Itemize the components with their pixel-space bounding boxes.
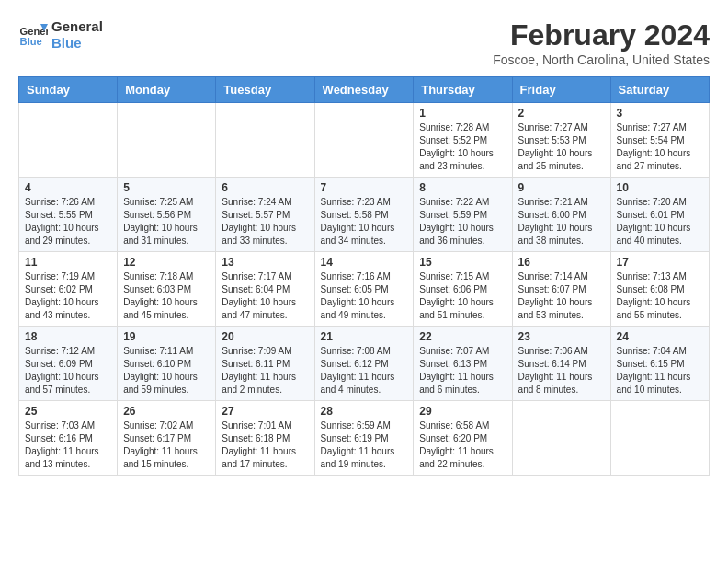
calendar-cell: 20Sunrise: 7:09 AM Sunset: 6:11 PM Dayli… <box>216 327 314 401</box>
day-info: Sunrise: 7:18 AM Sunset: 6:03 PM Dayligh… <box>123 270 210 322</box>
day-number: 14 <box>321 256 408 269</box>
day-info: Sunrise: 7:01 AM Sunset: 6:18 PM Dayligh… <box>222 419 308 471</box>
weekday-header-friday: Friday <box>512 77 610 103</box>
calendar-cell: 5Sunrise: 7:25 AM Sunset: 5:56 PM Daylig… <box>118 178 216 252</box>
day-info: Sunrise: 7:15 AM Sunset: 6:06 PM Dayligh… <box>419 270 506 322</box>
weekday-header-sunday: Sunday <box>19 77 118 103</box>
calendar-cell: 17Sunrise: 7:13 AM Sunset: 6:08 PM Dayli… <box>610 252 709 327</box>
day-number: 2 <box>518 107 605 120</box>
day-info: Sunrise: 7:02 AM Sunset: 6:17 PM Dayligh… <box>123 419 210 471</box>
weekday-header-monday: Monday <box>118 77 216 103</box>
logo-text-blue: Blue <box>51 35 103 52</box>
day-number: 3 <box>617 107 703 120</box>
day-number: 5 <box>123 181 210 194</box>
day-info: Sunrise: 7:16 AM Sunset: 6:05 PM Dayligh… <box>321 270 408 322</box>
calendar-cell: 22Sunrise: 7:07 AM Sunset: 6:13 PM Dayli… <box>414 327 512 401</box>
calendar-cell: 2Sunrise: 7:27 AM Sunset: 5:53 PM Daylig… <box>512 103 610 178</box>
calendar-cell: 13Sunrise: 7:17 AM Sunset: 6:04 PM Dayli… <box>216 252 314 327</box>
calendar-cell: 25Sunrise: 7:03 AM Sunset: 6:16 PM Dayli… <box>19 401 118 476</box>
day-info: Sunrise: 7:19 AM Sunset: 6:02 PM Dayligh… <box>25 270 111 322</box>
svg-text:Blue: Blue <box>20 36 42 47</box>
day-info: Sunrise: 7:21 AM Sunset: 6:00 PM Dayligh… <box>518 196 605 247</box>
day-info: Sunrise: 7:14 AM Sunset: 6:07 PM Dayligh… <box>518 270 605 322</box>
calendar-cell: 3Sunrise: 7:27 AM Sunset: 5:54 PM Daylig… <box>610 103 709 178</box>
month-year-title: February 2024 <box>493 18 710 52</box>
day-number: 7 <box>321 181 408 194</box>
day-info: Sunrise: 7:26 AM Sunset: 5:55 PM Dayligh… <box>25 196 111 247</box>
day-number: 18 <box>25 330 111 343</box>
calendar-cell: 1Sunrise: 7:28 AM Sunset: 5:52 PM Daylig… <box>414 103 512 178</box>
day-info: Sunrise: 7:12 AM Sunset: 6:09 PM Dayligh… <box>25 345 111 396</box>
day-info: Sunrise: 7:03 AM Sunset: 6:16 PM Dayligh… <box>25 419 111 471</box>
day-info: Sunrise: 7:27 AM Sunset: 5:53 PM Dayligh… <box>518 121 605 173</box>
weekday-header-thursday: Thursday <box>414 77 512 103</box>
day-info: Sunrise: 7:24 AM Sunset: 5:57 PM Dayligh… <box>222 196 308 247</box>
calendar-cell <box>512 401 610 476</box>
page-header: General Blue General Blue February 2024 … <box>18 18 710 67</box>
day-info: Sunrise: 7:04 AM Sunset: 6:15 PM Dayligh… <box>617 345 703 396</box>
calendar-week-3: 11Sunrise: 7:19 AM Sunset: 6:02 PM Dayli… <box>19 252 710 327</box>
day-number: 11 <box>25 256 111 269</box>
calendar-cell: 6Sunrise: 7:24 AM Sunset: 5:57 PM Daylig… <box>216 178 314 252</box>
day-info: Sunrise: 7:20 AM Sunset: 6:01 PM Dayligh… <box>617 196 703 247</box>
logo-icon: General Blue <box>18 20 48 50</box>
weekday-header-row: SundayMondayTuesdayWednesdayThursdayFrid… <box>19 77 710 103</box>
calendar-cell <box>118 103 216 178</box>
day-number: 13 <box>222 256 308 269</box>
day-number: 19 <box>123 330 210 343</box>
calendar-cell: 8Sunrise: 7:22 AM Sunset: 5:59 PM Daylig… <box>414 178 512 252</box>
day-number: 29 <box>419 405 506 418</box>
day-number: 22 <box>419 330 506 343</box>
day-info: Sunrise: 7:06 AM Sunset: 6:14 PM Dayligh… <box>518 345 605 396</box>
day-number: 4 <box>25 181 111 194</box>
calendar-week-1: 1Sunrise: 7:28 AM Sunset: 5:52 PM Daylig… <box>19 103 710 178</box>
day-number: 28 <box>321 405 408 418</box>
day-info: Sunrise: 7:27 AM Sunset: 5:54 PM Dayligh… <box>617 121 703 173</box>
day-info: Sunrise: 7:23 AM Sunset: 5:58 PM Dayligh… <box>321 196 408 247</box>
location-subtitle: Foscoe, North Carolina, United States <box>493 52 710 67</box>
calendar-cell: 26Sunrise: 7:02 AM Sunset: 6:17 PM Dayli… <box>118 401 216 476</box>
calendar-cell: 10Sunrise: 7:20 AM Sunset: 6:01 PM Dayli… <box>610 178 709 252</box>
day-number: 10 <box>617 181 703 194</box>
day-number: 24 <box>617 330 703 343</box>
day-number: 12 <box>123 256 210 269</box>
day-number: 16 <box>518 256 605 269</box>
weekday-header-wednesday: Wednesday <box>314 77 414 103</box>
calendar-cell: 12Sunrise: 7:18 AM Sunset: 6:03 PM Dayli… <box>118 252 216 327</box>
day-number: 1 <box>419 107 506 120</box>
calendar-cell <box>216 103 314 178</box>
calendar-cell: 4Sunrise: 7:26 AM Sunset: 5:55 PM Daylig… <box>19 178 118 252</box>
weekday-header-tuesday: Tuesday <box>216 77 314 103</box>
day-number: 17 <box>617 256 703 269</box>
calendar-cell: 11Sunrise: 7:19 AM Sunset: 6:02 PM Dayli… <box>19 252 118 327</box>
calendar-week-4: 18Sunrise: 7:12 AM Sunset: 6:09 PM Dayli… <box>19 327 710 401</box>
day-info: Sunrise: 7:17 AM Sunset: 6:04 PM Dayligh… <box>222 270 308 322</box>
calendar-cell: 29Sunrise: 6:58 AM Sunset: 6:20 PM Dayli… <box>414 401 512 476</box>
day-info: Sunrise: 7:07 AM Sunset: 6:13 PM Dayligh… <box>419 345 506 396</box>
calendar-cell: 27Sunrise: 7:01 AM Sunset: 6:18 PM Dayli… <box>216 401 314 476</box>
calendar-cell: 24Sunrise: 7:04 AM Sunset: 6:15 PM Dayli… <box>610 327 709 401</box>
calendar-cell: 14Sunrise: 7:16 AM Sunset: 6:05 PM Dayli… <box>314 252 414 327</box>
calendar-cell: 16Sunrise: 7:14 AM Sunset: 6:07 PM Dayli… <box>512 252 610 327</box>
day-info: Sunrise: 6:58 AM Sunset: 6:20 PM Dayligh… <box>419 419 506 471</box>
calendar-cell: 19Sunrise: 7:11 AM Sunset: 6:10 PM Dayli… <box>118 327 216 401</box>
day-number: 15 <box>419 256 506 269</box>
day-number: 25 <box>25 405 111 418</box>
day-number: 26 <box>123 405 210 418</box>
calendar-cell: 28Sunrise: 6:59 AM Sunset: 6:19 PM Dayli… <box>314 401 414 476</box>
logo-text-general: General <box>51 18 103 35</box>
day-number: 20 <box>222 330 308 343</box>
logo: General Blue General Blue <box>18 18 103 52</box>
weekday-header-saturday: Saturday <box>610 77 709 103</box>
day-number: 9 <box>518 181 605 194</box>
calendar-cell: 21Sunrise: 7:08 AM Sunset: 6:12 PM Dayli… <box>314 327 414 401</box>
day-number: 27 <box>222 405 308 418</box>
calendar-week-2: 4Sunrise: 7:26 AM Sunset: 5:55 PM Daylig… <box>19 178 710 252</box>
day-info: Sunrise: 7:09 AM Sunset: 6:11 PM Dayligh… <box>222 345 308 396</box>
day-info: Sunrise: 7:13 AM Sunset: 6:08 PM Dayligh… <box>617 270 703 322</box>
day-info: Sunrise: 7:08 AM Sunset: 6:12 PM Dayligh… <box>321 345 408 396</box>
day-info: Sunrise: 6:59 AM Sunset: 6:19 PM Dayligh… <box>321 419 408 471</box>
day-number: 21 <box>321 330 408 343</box>
calendar-cell: 23Sunrise: 7:06 AM Sunset: 6:14 PM Dayli… <box>512 327 610 401</box>
day-info: Sunrise: 7:28 AM Sunset: 5:52 PM Dayligh… <box>419 121 506 173</box>
